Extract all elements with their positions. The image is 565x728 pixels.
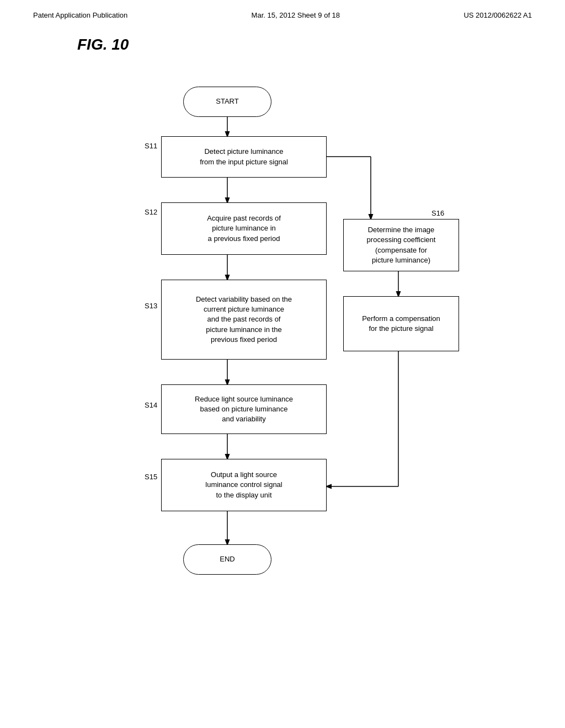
header-right: US 2012/0062622 A1 <box>463 11 532 19</box>
header-left: Patent Application Publication <box>33 11 127 19</box>
s14-box: Reduce light source luminance based on p… <box>161 384 327 434</box>
header: Patent Application Publication Mar. 15, … <box>33 11 532 19</box>
s16-box: Determine the image processing coefficie… <box>343 219 459 271</box>
s16-label: S16 <box>431 209 444 217</box>
header-middle: Mar. 15, 2012 Sheet 9 of 18 <box>252 11 340 19</box>
start-node: START <box>183 87 271 117</box>
s12-box: Acquire past records of picture luminanc… <box>161 202 327 255</box>
s15-label: S15 <box>145 473 157 481</box>
end-node: END <box>183 544 271 575</box>
s11-box: Detect picture luminance from the input … <box>161 136 327 178</box>
s12-label: S12 <box>145 208 157 216</box>
s11-label: S11 <box>145 142 157 150</box>
page: Patent Application Publication Mar. 15, … <box>0 0 565 728</box>
s17-box: Perform a compensation for the picture s… <box>343 296 459 351</box>
s15-box: Output a light source luminance control … <box>161 459 327 511</box>
flowchart: START S11 Detect picture luminance from … <box>89 70 476 677</box>
s13-box: Detect variability based on the current … <box>161 280 327 360</box>
s13-label: S13 <box>145 302 157 310</box>
fig-title: FIG. 10 <box>77 36 532 53</box>
s14-label: S14 <box>145 401 157 409</box>
